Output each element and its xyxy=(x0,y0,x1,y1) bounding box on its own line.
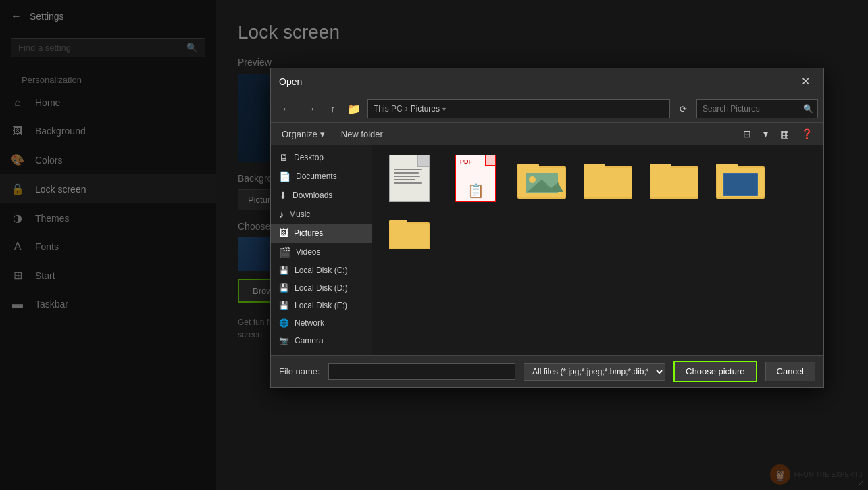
nav-network[interactable]: 🌐 Network xyxy=(271,314,372,332)
folder-svg xyxy=(716,158,765,199)
nav-label: Videos xyxy=(296,247,320,257)
dialog-title: Open xyxy=(279,76,302,87)
file-grid: PDF 📋 xyxy=(372,145,823,355)
folder-svg xyxy=(389,216,430,249)
dialog-sidebar-nav: 🖥 Desktop 📄 Documents ⬇ Downloads ♪ Musi… xyxy=(271,145,372,355)
dialog-close-button[interactable]: ✕ xyxy=(796,74,815,89)
nav-documents[interactable]: 📄 Documents xyxy=(271,167,372,186)
nav-label: Documents xyxy=(296,172,337,181)
svg-rect-19 xyxy=(390,224,429,249)
folder-svg xyxy=(584,158,632,199)
file-item-screenshot-folder[interactable] xyxy=(710,152,771,205)
nav-diske[interactable]: 💾 Local Disk (E:) xyxy=(271,297,372,314)
pictures-icon: 🖼 xyxy=(279,228,288,239)
dialog-body: 🖥 Desktop 📄 Documents ⬇ Downloads ♪ Musi… xyxy=(271,145,823,355)
nav-label: Desktop xyxy=(294,153,324,162)
camera-icon: 📷 xyxy=(279,336,289,345)
view-buttons: ⊟ ▾ ▦ ❓ xyxy=(738,126,818,142)
breadcrumb-thispc: This PC xyxy=(374,104,403,114)
file-item-photo-folder[interactable] xyxy=(511,152,572,205)
network-icon: 🌐 xyxy=(279,318,289,328)
nav-pictures[interactable]: 🖼 Pictures xyxy=(271,224,372,243)
videos-icon: 🎬 xyxy=(279,247,290,258)
svg-rect-11 xyxy=(650,168,698,197)
photo-folder-thumbnail xyxy=(515,155,569,202)
nav-videos[interactable]: 🎬 Videos xyxy=(271,243,372,262)
desktop-icon: 🖥 xyxy=(279,152,288,163)
view-icon-button-1[interactable]: ⊟ xyxy=(738,126,757,142)
svg-rect-16 xyxy=(724,174,757,195)
nav-label: Downloads xyxy=(292,191,332,200)
dialog-search: 🔍 xyxy=(696,99,818,118)
folder1-thumbnail xyxy=(581,155,635,202)
folder-svg xyxy=(650,158,698,199)
nav-label: Local Disk (C:) xyxy=(295,266,348,275)
choose-picture-button[interactable]: Choose picture xyxy=(673,361,757,382)
nav-music[interactable]: ♪ Music xyxy=(271,205,372,224)
filename-label: File name: xyxy=(279,366,320,376)
svg-point-4 xyxy=(529,176,536,183)
dialog-toolbar: ← → ↑ 📁 This PC › Pictures ▾ ⟳ 🔍 xyxy=(271,95,823,123)
file-item-doc[interactable] xyxy=(379,152,440,205)
downloads-icon: ⬇ xyxy=(279,190,287,201)
breadcrumb-pictures: Pictures xyxy=(411,104,440,114)
dialog-organize-bar: Organize ▾ New folder ⊟ ▾ ▦ ❓ xyxy=(271,123,823,145)
view-icon-button-2[interactable]: ▾ xyxy=(758,126,773,142)
file-item-folder2[interactable] xyxy=(644,152,705,205)
nav-label: Music xyxy=(289,210,310,219)
up-nav-button[interactable]: ↑ xyxy=(325,101,340,117)
view-icon-button-3[interactable]: ▦ xyxy=(775,126,794,142)
nav-label: Local Disk (E:) xyxy=(295,301,347,310)
view-icon-button-4[interactable]: ❓ xyxy=(796,126,818,142)
screenshot-folder-thumbnail xyxy=(713,155,767,202)
dialog-search-input[interactable] xyxy=(697,104,799,114)
file-item-pdf[interactable]: PDF 📋 xyxy=(445,152,506,205)
file-item-folder-small[interactable] xyxy=(379,210,440,255)
nav-label: Local Disk (D:) xyxy=(295,283,348,293)
organize-label: Organize xyxy=(282,129,317,139)
address-parts: This PC › Pictures ▾ xyxy=(374,104,446,114)
diskc-icon: 💾 xyxy=(279,266,289,275)
open-dialog: Open ✕ ← → ↑ 📁 This PC › Pictures ▾ ⟳ 🔍 xyxy=(270,68,824,388)
forward-nav-button[interactable]: → xyxy=(301,101,321,117)
nav-label: Camera xyxy=(295,336,324,345)
folder-small-thumbnail xyxy=(382,213,436,252)
address-bar[interactable]: This PC › Pictures ▾ xyxy=(367,99,670,118)
nav-label: Network xyxy=(295,318,324,328)
file-item-folder1[interactable] xyxy=(578,152,638,205)
nav-diskd[interactable]: 💾 Local Disk (D:) xyxy=(271,279,372,297)
diske-icon: 💾 xyxy=(279,301,289,310)
refresh-button[interactable]: ⟳ xyxy=(674,101,692,117)
back-nav-button[interactable]: ← xyxy=(276,101,297,117)
filetype-select[interactable]: All files (*.jpg;*.jpeg;*.bmp;*.dib;*.pn… xyxy=(524,363,665,381)
folder-svg xyxy=(517,158,566,199)
dialog-overlay: Open ✕ ← → ↑ 📁 This PC › Pictures ▾ ⟳ 🔍 xyxy=(0,0,868,490)
dialog-footer: File name: All files (*.jpg;*.jpeg;*.bmp… xyxy=(271,355,823,387)
nav-label: Pictures xyxy=(294,228,323,238)
pdf-thumbnail: PDF 📋 xyxy=(449,155,503,202)
dialog-search-icon: 🔍 xyxy=(799,104,817,114)
nav-diskc[interactable]: 💾 Local Disk (C:) xyxy=(271,262,372,279)
organize-button[interactable]: Organize ▾ xyxy=(276,126,330,142)
doc-thumbnail xyxy=(382,155,436,202)
folder2-thumbnail xyxy=(647,155,701,202)
svg-rect-8 xyxy=(584,168,632,197)
organize-chevron: ▾ xyxy=(320,129,325,139)
music-icon: ♪ xyxy=(279,209,284,220)
documents-icon: 📄 xyxy=(279,171,290,182)
diskd-icon: 💾 xyxy=(279,283,289,293)
dialog-titlebar: Open ✕ xyxy=(271,68,823,95)
nav-desktop[interactable]: 🖥 Desktop xyxy=(271,148,372,167)
nav-camera[interactable]: 📷 Camera xyxy=(271,332,372,349)
nav-downloads[interactable]: ⬇ Downloads xyxy=(271,186,372,205)
resize-handle[interactable]: ⟋ xyxy=(857,478,865,487)
cancel-button[interactable]: Cancel xyxy=(765,362,815,381)
filename-input[interactable] xyxy=(328,363,515,380)
new-folder-button[interactable]: New folder xyxy=(336,126,388,142)
